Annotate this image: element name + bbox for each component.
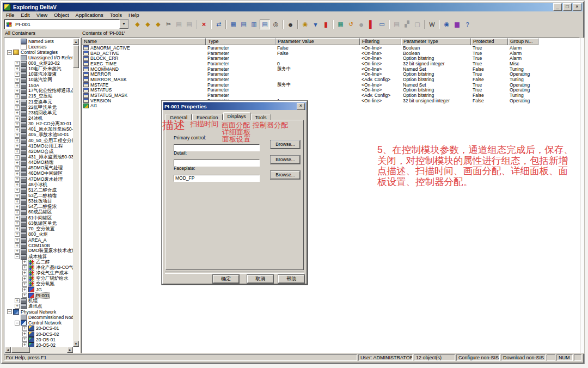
- explore-containers-icon[interactable]: ◆: [133, 20, 142, 29]
- expand-icon[interactable]: +: [15, 194, 20, 199]
- large-icons-view-icon[interactable]: ▦: [229, 20, 238, 29]
- column-header-name[interactable]: Name: [82, 38, 206, 45]
- reference-books-icon[interactable]: ▌: [367, 20, 376, 29]
- column-header-type[interactable]: Type: [206, 38, 275, 45]
- user-manager-icon[interactable]: ☻: [357, 20, 366, 29]
- column-header-group-n-[interactable]: Group N...: [508, 38, 538, 45]
- trend-icon[interactable]: ▞: [402, 20, 412, 29]
- tree-horizontal-scrollbar[interactable]: ◄ ►: [5, 347, 73, 353]
- menu-item-view[interactable]: View: [33, 12, 51, 18]
- table-row[interactable]: VERSIONParameter1<On-line>32 bit unsigne…: [82, 98, 579, 103]
- collapse-icon[interactable]: −: [15, 321, 20, 326]
- tree-item[interactable]: +空分氧氮: [4, 281, 73, 287]
- tree-item[interactable]: +20-DCS-01: [4, 326, 73, 331]
- expand-icon[interactable]: +: [15, 298, 20, 303]
- expand-icon[interactable]: +: [15, 144, 20, 149]
- expand-icon[interactable]: +: [15, 94, 20, 99]
- expand-icon[interactable]: +: [15, 61, 20, 66]
- table-row[interactable]: MSTATUS_MASKParameter<Adv. Config>Option…: [82, 93, 579, 98]
- expand-icon[interactable]: +: [22, 271, 27, 275]
- delete-icon[interactable]: ×: [199, 20, 209, 29]
- cancel-button[interactable]: 取消: [247, 275, 273, 283]
- scroll-up-icon[interactable]: ▲: [73, 39, 79, 45]
- tree-item[interactable]: Decommissioned Nodes: [4, 315, 73, 320]
- table-row[interactable]: AI1: [82, 103, 579, 109]
- expand-icon[interactable]: +: [15, 78, 20, 83]
- tree-item[interactable]: −Control Strategies: [4, 50, 73, 55]
- expand-icon[interactable]: +: [15, 205, 20, 210]
- expand-icon[interactable]: +: [15, 133, 20, 138]
- expand-icon[interactable]: +: [15, 149, 20, 154]
- alarm-bell-icon[interactable]: ◉: [301, 20, 310, 29]
- expand-icon[interactable]: +: [15, 171, 20, 176]
- details-view-icon[interactable]: ▤: [260, 20, 270, 29]
- expand-icon[interactable]: +: [15, 243, 20, 248]
- expand-icon[interactable]: +: [22, 277, 27, 281]
- expand-icon[interactable]: +: [15, 116, 20, 121]
- expand-icon[interactable]: +: [15, 166, 20, 171]
- process-history-icon[interactable]: ▤: [392, 20, 401, 29]
- expand-icon[interactable]: +: [15, 238, 20, 243]
- dialog-close-icon[interactable]: ×: [297, 103, 305, 110]
- list-view-icon[interactable]: ▥: [249, 20, 259, 29]
- history-view-icon[interactable]: W: [427, 20, 437, 29]
- expand-icon[interactable]: +: [15, 221, 20, 226]
- table-row[interactable]: MCOMMANDParameter服务中<On-line>Named SetFa…: [82, 66, 579, 72]
- table-row[interactable]: ABNORM_ACTIVEParameterFalse<On-line>Bool…: [82, 45, 579, 51]
- picture-icon[interactable]: ▦: [336, 20, 345, 29]
- scroll-thumb[interactable]: [73, 45, 79, 68]
- collapse-icon[interactable]: −: [7, 309, 12, 314]
- expand-icon[interactable]: +: [15, 127, 20, 132]
- tree-item[interactable]: −Physical Network: [4, 309, 73, 315]
- expand-icon[interactable]: +: [15, 216, 20, 220]
- scroll-left-icon[interactable]: ◄: [5, 347, 11, 353]
- explore-modules-icon[interactable]: ◆: [143, 20, 152, 29]
- tree-vertical-scrollbar[interactable]: ▲ ▼: [73, 39, 79, 347]
- performance-icon[interactable]: ▆: [452, 20, 462, 29]
- small-icons-view-icon[interactable]: ▤: [239, 20, 248, 29]
- scroll-thumb[interactable]: [11, 347, 30, 353]
- maximize-button[interactable]: □: [563, 3, 572, 11]
- expand-icon[interactable]: +: [15, 226, 20, 231]
- collapse-icon[interactable]: −: [15, 254, 20, 259]
- help-button[interactable]: 帮助: [278, 275, 304, 283]
- expand-icon[interactable]: +: [15, 249, 20, 254]
- combo-dropdown-button[interactable]: ▼: [119, 20, 128, 29]
- expand-icon[interactable]: +: [22, 337, 27, 342]
- user-security-icon[interactable]: ☻: [286, 20, 295, 29]
- expand-icon[interactable]: +: [15, 232, 20, 237]
- tree-item[interactable]: +20-O5-01: [4, 337, 73, 342]
- expand-icon[interactable]: +: [15, 210, 20, 215]
- paste-icon[interactable]: ▤: [185, 20, 194, 29]
- expand-icon[interactable]: +: [15, 83, 20, 88]
- table-row[interactable]: BLOCK_ERRParameter<On-line>Option bitstr…: [82, 56, 579, 61]
- expand-icon[interactable]: +: [15, 304, 20, 309]
- explore-areas-icon[interactable]: ◆: [154, 20, 163, 29]
- expand-icon[interactable]: +: [15, 182, 20, 187]
- tree-item[interactable]: +10蒸汽管网: [4, 77, 73, 83]
- find-icon[interactable]: ◎: [271, 20, 280, 29]
- download-icon[interactable]: ▼: [311, 20, 320, 29]
- tree-item[interactable]: Licenses: [4, 44, 73, 50]
- expand-icon[interactable]: +: [15, 122, 20, 127]
- expand-icon[interactable]: +: [15, 66, 20, 71]
- column-header-parameter-type[interactable]: Parameter Type: [401, 38, 471, 45]
- collapse-icon[interactable]: −: [7, 50, 12, 55]
- expand-icon[interactable]: +: [22, 342, 27, 347]
- expand-icon[interactable]: +: [22, 282, 27, 287]
- tree-item[interactable]: Named Sets: [4, 39, 73, 44]
- tree-item[interactable]: −Control Network: [4, 320, 73, 326]
- list-vertical-scrollbar[interactable]: [580, 38, 585, 354]
- browse-button[interactable]: Browse...: [271, 171, 300, 179]
- menu-item-object[interactable]: Object: [51, 12, 72, 18]
- expand-icon[interactable]: +: [15, 89, 20, 94]
- refresh-icon[interactable]: ⇄: [214, 20, 223, 29]
- web-icon[interactable]: ◉: [442, 20, 451, 29]
- tree-item[interactable]: +800_火炬: [4, 232, 73, 237]
- object-selector-combobox[interactable]: PI-001 ▼: [4, 19, 129, 29]
- expand-icon[interactable]: +: [15, 199, 20, 204]
- copy-icon[interactable]: ▤: [174, 20, 183, 29]
- workstation-icon[interactable]: ▭: [377, 20, 387, 29]
- scroll-down-icon[interactable]: ▼: [73, 341, 79, 347]
- expand-icon[interactable]: +: [22, 332, 27, 336]
